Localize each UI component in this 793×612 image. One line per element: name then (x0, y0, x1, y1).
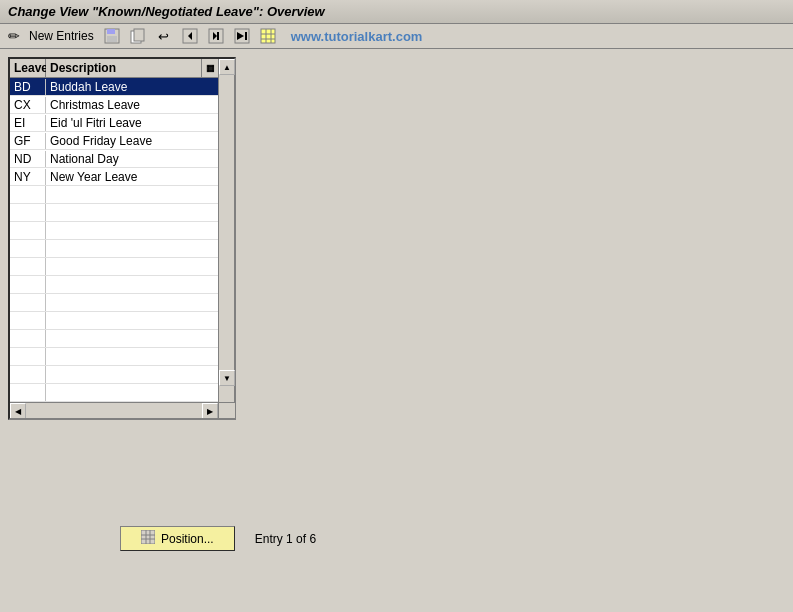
new-entries-label: New Entries (29, 29, 94, 43)
table-row[interactable]: ND National Day (10, 150, 218, 168)
save-button[interactable] (101, 27, 123, 45)
data-table: Leave Description ▦ BD Buddah Leave CX C… (8, 57, 236, 420)
svg-rect-13 (261, 29, 275, 43)
cell-leave-2: EI (10, 115, 46, 131)
empty-row (10, 312, 218, 330)
cell-leave-3: GF (10, 133, 46, 149)
table-row[interactable]: EI Eid 'ul Fitri Leave (10, 114, 218, 132)
table-header: Leave Description ▦ (10, 59, 218, 78)
position-section: Position... Entry 1 of 6 (120, 526, 316, 551)
pencil-icon: ✏ (6, 28, 22, 44)
table-main: Leave Description ▦ BD Buddah Leave CX C… (10, 59, 218, 418)
copy-button[interactable] (127, 27, 149, 45)
svg-rect-8 (217, 32, 219, 40)
nav-end-button[interactable] (231, 27, 253, 45)
horizontal-scrollbar-area: ◀ ▶ (10, 402, 218, 418)
cell-leave-0: BD (10, 79, 46, 95)
svg-rect-18 (141, 530, 155, 544)
svg-rect-12 (245, 32, 247, 40)
h-scroll-track (26, 403, 202, 418)
cell-desc-2: Eid 'ul Fitri Leave (46, 115, 218, 131)
table-row[interactable]: NY New Year Leave (10, 168, 218, 186)
svg-rect-1 (107, 29, 115, 34)
table-row[interactable]: CX Christmas Leave (10, 96, 218, 114)
empty-row (10, 240, 218, 258)
cell-leave-1: CX (10, 97, 46, 113)
nav-prev-button[interactable] (179, 27, 201, 45)
cell-desc-0: Buddah Leave (46, 79, 218, 95)
cell-desc-4: National Day (46, 151, 218, 167)
grid-button[interactable] (257, 27, 279, 45)
scroll-down-button[interactable]: ▼ (219, 370, 235, 386)
empty-row (10, 186, 218, 204)
empty-row (10, 276, 218, 294)
position-button[interactable]: Position... (120, 526, 235, 551)
empty-row (10, 204, 218, 222)
empty-row (10, 294, 218, 312)
cell-leave-4: ND (10, 151, 46, 167)
empty-row (10, 258, 218, 276)
title-bar: Change View "Known/Negotiated Leave": Ov… (0, 0, 793, 24)
watermark-text: www.tutorialkart.com (291, 29, 423, 44)
position-button-label: Position... (161, 532, 214, 546)
table-row[interactable]: BD Buddah Leave (10, 78, 218, 96)
v-scroll-track (219, 75, 234, 370)
copy-icon (130, 28, 146, 44)
undo-icon: ↩ (156, 28, 172, 44)
new-entries-button[interactable]: New Entries (26, 28, 97, 44)
empty-row (10, 330, 218, 348)
scroll-up-button[interactable]: ▲ (219, 59, 235, 75)
save-icon (104, 28, 120, 44)
col-header-leave: Leave (10, 59, 46, 77)
scroll-corner (219, 402, 235, 418)
empty-row (10, 348, 218, 366)
nav-next-button[interactable] (205, 27, 227, 45)
cell-leave-5: NY (10, 169, 46, 185)
page-title: Change View "Known/Negotiated Leave": Ov… (8, 4, 325, 19)
empty-row (10, 384, 218, 402)
nav-next-icon (208, 28, 224, 44)
cell-desc-5: New Year Leave (46, 169, 218, 185)
main-content: Leave Description ▦ BD Buddah Leave CX C… (0, 49, 793, 601)
position-icon (141, 530, 155, 547)
toolbar: ✏ New Entries ↩ (0, 24, 793, 49)
cell-desc-3: Good Friday Leave (46, 133, 218, 149)
entry-info-text: Entry 1 of 6 (255, 532, 316, 546)
undo-button[interactable]: ↩ (153, 27, 175, 45)
scroll-left-button[interactable]: ◀ (10, 403, 26, 418)
grid-icon (260, 28, 276, 44)
table-row[interactable]: GF Good Friday Leave (10, 132, 218, 150)
nav-end-icon (234, 28, 250, 44)
table-body: BD Buddah Leave CX Christmas Leave EI Ei… (10, 78, 218, 402)
svg-rect-2 (107, 36, 117, 42)
col-resize-button[interactable]: ▦ (202, 61, 218, 75)
scroll-right-button[interactable]: ▶ (202, 403, 218, 418)
empty-row (10, 366, 218, 384)
nav-prev-icon (182, 28, 198, 44)
empty-row (10, 222, 218, 240)
cell-desc-1: Christmas Leave (46, 97, 218, 113)
svg-rect-4 (134, 29, 144, 41)
vertical-scrollbar: ▲ ▼ (218, 59, 234, 418)
col-header-description: Description (46, 59, 202, 77)
